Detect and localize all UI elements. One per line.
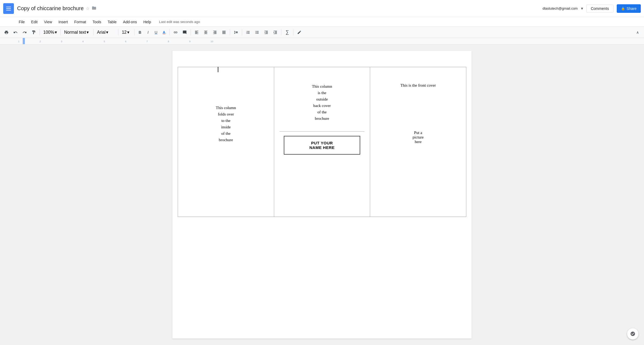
text-cursor <box>218 67 218 72</box>
top-bar: Copy of chiccarine brochure ☆ dlastutech… <box>0 0 644 17</box>
folder-icon[interactable] <box>92 6 96 11</box>
decrease-indent-button[interactable] <box>262 28 270 37</box>
zoom-dropdown-icon: ▾ <box>55 30 57 35</box>
doc-title-area: Copy of chiccarine brochure ☆ <box>17 5 542 11</box>
svg-text:1: 1 <box>18 40 20 43</box>
svg-text:4: 4 <box>82 40 84 43</box>
svg-text:7: 7 <box>146 40 148 43</box>
align-center-button[interactable] <box>201 28 210 37</box>
align-justify-button[interactable] <box>220 28 228 37</box>
toolbar-divider-6 <box>169 29 170 36</box>
table-cell-col1[interactable]: This column folds over to the inside of … <box>178 67 274 217</box>
drawing-button[interactable] <box>295 28 304 37</box>
ruler: 1 2 3 4 5 6 7 8 9 10 <box>0 38 644 44</box>
align-right-button[interactable] <box>211 28 219 37</box>
front-cover-text: This is the front cover <box>381 83 455 88</box>
comments-button[interactable]: Comments <box>586 5 614 13</box>
underline-button[interactable]: U <box>152 29 160 36</box>
user-email: dlastutech@gmail.com <box>542 6 578 10</box>
toolbar-divider-7 <box>191 29 191 36</box>
toolbar-divider-5 <box>134 29 135 36</box>
col2-divider <box>280 131 365 132</box>
share-button[interactable]: 🔒 Share <box>617 4 641 13</box>
formula-button[interactable]: ∑ <box>283 28 292 37</box>
svg-text:8: 8 <box>168 40 169 43</box>
toolbar-divider-9 <box>242 29 242 36</box>
font-size-selector[interactable]: 12 ▾ <box>120 29 133 36</box>
menu-help[interactable]: Help <box>141 19 154 25</box>
font-dropdown-icon: ▾ <box>106 30 108 35</box>
star-icon[interactable]: ☆ <box>86 6 90 11</box>
col1-text: This column folds over to the inside of … <box>183 72 269 143</box>
menu-addons[interactable]: Add-ons <box>120 19 139 25</box>
toolbar-divider-10 <box>281 29 281 36</box>
align-left-button[interactable] <box>192 28 201 37</box>
top-right-area: dlastutech@gmail.com ▾ Comments 🔒 Share <box>542 4 641 13</box>
menu-format[interactable]: Format <box>72 19 89 25</box>
doc-title[interactable]: Copy of chiccarine brochure <box>17 5 84 11</box>
menu-table[interactable]: Table <box>105 19 119 25</box>
text-color-button[interactable]: A <box>160 29 168 36</box>
print-button[interactable] <box>2 28 11 37</box>
zoom-selector[interactable]: 100% ▾ <box>41 29 59 36</box>
paint-format-button[interactable] <box>29 28 38 37</box>
toolbar-divider-1 <box>40 29 40 36</box>
text-style-selector[interactable]: Normal text ▾ <box>62 29 92 36</box>
svg-text:5: 5 <box>104 40 105 43</box>
svg-text:6: 6 <box>125 40 126 43</box>
line-spacing-button[interactable] <box>232 28 240 37</box>
redo-button[interactable] <box>20 28 29 37</box>
document-area: This column folds over to the inside of … <box>0 44 644 345</box>
increase-indent-button[interactable] <box>271 28 280 37</box>
app-menu-button[interactable] <box>3 3 14 14</box>
insert-comment-button[interactable] <box>180 28 189 37</box>
svg-text:9: 9 <box>189 40 191 43</box>
assistant-button[interactable] <box>627 328 639 340</box>
toolbar: 100% ▾ Normal text ▾ Arial ▾ 12 ▾ B I <box>0 27 644 38</box>
style-dropdown-icon: ▾ <box>87 30 89 35</box>
menu-insert[interactable]: Insert <box>56 19 71 25</box>
svg-rect-11 <box>23 38 25 44</box>
share-label: Share <box>627 6 637 11</box>
numbered-list-button[interactable] <box>244 28 252 37</box>
zoom-value: 100% <box>43 30 54 35</box>
col2-main-text: This column is the outside back cover of… <box>312 83 332 122</box>
menu-file[interactable]: File <box>16 19 28 25</box>
menu-bar: File Edit View Insert Format Tools Table… <box>0 17 644 27</box>
bold-button[interactable]: B <box>136 29 144 36</box>
undo-button[interactable] <box>11 28 20 37</box>
menu-view[interactable]: View <box>41 19 55 25</box>
menu-tools[interactable]: Tools <box>90 19 104 25</box>
toolbar-divider-11 <box>293 29 293 36</box>
col2-content: This column is the outside back cover of… <box>280 72 365 155</box>
svg-text:3: 3 <box>61 40 62 43</box>
font-selector[interactable]: Arial ▾ <box>95 29 117 36</box>
toolbar-divider-8 <box>230 29 230 36</box>
lock-icon: 🔒 <box>621 7 625 10</box>
picture-here-text: Put a picture here <box>381 131 455 144</box>
collapse-toolbar-button[interactable]: ∧ <box>633 28 642 37</box>
document-page: This column folds over to the inside of … <box>172 51 472 339</box>
font-size-value: 12 <box>122 30 127 35</box>
italic-button[interactable]: I <box>144 29 152 36</box>
table-row: This column folds over to the inside of … <box>178 67 466 217</box>
insert-link-button[interactable] <box>171 28 180 37</box>
toolbar-divider-4 <box>118 29 118 36</box>
last-edit-status: Last edit was seconds ago <box>159 20 200 24</box>
size-dropdown-icon: ▾ <box>127 30 129 35</box>
svg-text:10: 10 <box>211 40 213 43</box>
name-box[interactable]: PUT YOUR NAME HERE <box>284 136 360 155</box>
table-cell-col2[interactable]: This column is the outside back cover of… <box>274 67 370 217</box>
bullet-list-button[interactable] <box>253 28 261 37</box>
menu-edit[interactable]: Edit <box>29 19 40 25</box>
svg-text:2: 2 <box>40 40 41 43</box>
table-cell-col3[interactable]: This is the front cover Put a picture he… <box>370 67 466 217</box>
toolbar-divider-3 <box>93 29 94 36</box>
dropdown-arrow[interactable]: ▾ <box>581 6 583 11</box>
text-style-value: Normal text <box>64 30 86 35</box>
toolbar-divider-2 <box>60 29 61 36</box>
col3-content: This is the front cover Put a picture he… <box>375 72 461 155</box>
brochure-table: This column folds over to the inside of … <box>178 67 466 217</box>
font-value: Arial <box>97 30 106 35</box>
